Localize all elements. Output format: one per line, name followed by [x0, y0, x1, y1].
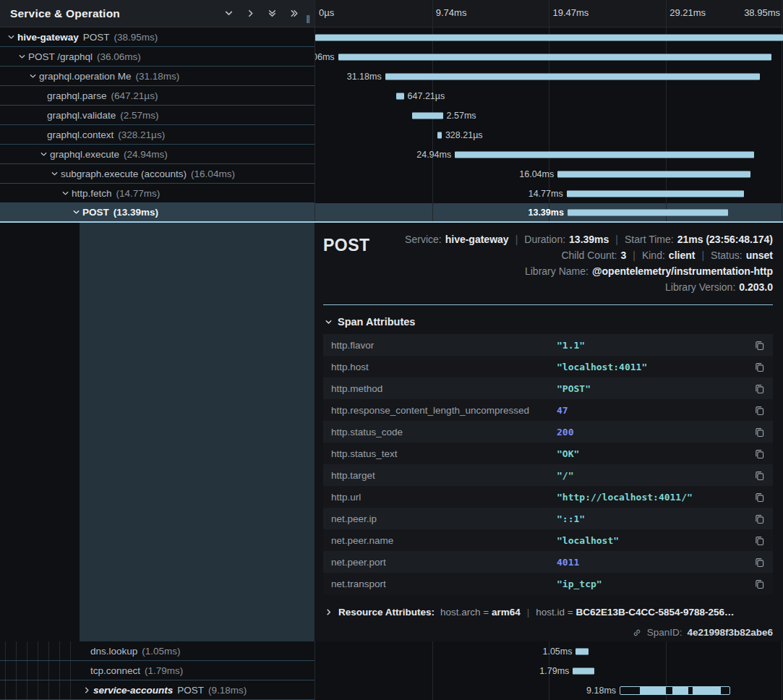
- span-timeline-cell[interactable]: 14.77ms: [315, 184, 783, 203]
- span-timeline-cell[interactable]: 1.05ms: [315, 641, 783, 661]
- span-timeline-cell[interactable]: 31.18ms: [315, 67, 783, 86]
- copy-icon[interactable]: [754, 405, 765, 416]
- copy-icon[interactable]: [754, 448, 765, 459]
- chevron-down-icon[interactable]: [224, 9, 234, 18]
- copy-icon[interactable]: [754, 362, 765, 372]
- link-icon[interactable]: [632, 628, 642, 638]
- meta-label: Library Name:: [525, 265, 589, 277]
- span-bar[interactable]: [396, 93, 404, 99]
- span-tree-cell[interactable]: graphql.execute(24.94ms): [0, 145, 315, 164]
- span-bar[interactable]: [576, 648, 588, 654]
- span-tree-cell[interactable]: graphql.operation Me(31.18ms): [0, 67, 315, 86]
- span-tree-cell[interactable]: subgraph.execute (accounts)(16.04ms): [0, 164, 315, 184]
- span-timeline-cell[interactable]: 36.06ms: [315, 47, 783, 67]
- chevron-down-icon[interactable]: [17, 53, 27, 61]
- attribute-row: net.transport"ip_tcp": [323, 573, 773, 594]
- span-row[interactable]: graphql.operation Me(31.18ms)31.18ms: [0, 67, 783, 86]
- span-tree-cell[interactable]: graphql.context(328.21µs): [0, 125, 315, 145]
- attribute-value: 4011: [557, 557, 747, 568]
- left-panel-header: Service & Operation ‖: [0, 0, 315, 27]
- copy-icon[interactable]: [754, 513, 765, 524]
- panel-resize-handle[interactable]: ‖: [306, 14, 310, 27]
- span-tree-cell[interactable]: tcp.connect(1.79ms): [0, 661, 315, 680]
- span-row[interactable]: POST /graphql(36.06ms)36.06ms: [0, 47, 783, 67]
- span-tree-cell[interactable]: service-accountsPOST(9.18ms): [0, 680, 315, 700]
- span-tree-cell[interactable]: POST /graphql(36.06ms): [0, 47, 315, 67]
- span-timeline-cell[interactable]: 2.57ms: [315, 106, 783, 125]
- attribute-row: http.response_content_length_uncompresse…: [323, 399, 773, 421]
- copy-icon[interactable]: [754, 579, 765, 589]
- copy-icon[interactable]: [754, 470, 765, 481]
- copy-icon[interactable]: [754, 427, 765, 438]
- chevron-down-icon[interactable]: [60, 189, 70, 197]
- span-tree-cell[interactable]: graphql.parse(647.21µs): [0, 86, 315, 106]
- span-timeline-cell[interactable]: 38.95ms: [315, 27, 783, 47]
- timeline-ruler: 0µs9.74ms19.47ms29.21ms38.95ms: [315, 0, 783, 27]
- span-row[interactable]: graphql.context(328.21µs)328.21µs: [0, 125, 783, 145]
- chevron-right-icon[interactable]: [246, 9, 255, 18]
- double-chevron-right-icon[interactable]: [289, 9, 299, 18]
- span-attributes-label: Span Attributes: [338, 316, 415, 328]
- attribute-key: http.method: [331, 383, 557, 394]
- span-row[interactable]: graphql.execute(24.94ms)24.94ms: [0, 145, 783, 164]
- span-tree-cell[interactable]: POST(13.39ms): [0, 203, 315, 221]
- copy-icon[interactable]: [754, 492, 765, 503]
- copy-icon[interactable]: [754, 557, 765, 568]
- span-row[interactable]: dns.lookup(1.05ms)1.05ms: [0, 641, 783, 661]
- chevron-down-icon[interactable]: [71, 208, 81, 216]
- span-row[interactable]: tcp.connect(1.79ms)1.79ms: [0, 661, 783, 680]
- chevron-down-icon: [325, 318, 333, 326]
- span-duration-label: 31.18ms: [347, 72, 382, 82]
- chevron-down-icon[interactable]: [49, 170, 59, 178]
- span-row[interactable]: POST(13.39ms)13.39ms: [0, 203, 783, 223]
- span-bar[interactable]: [338, 54, 771, 60]
- span-bar[interactable]: [385, 73, 760, 80]
- span-attributes-header[interactable]: Span Attributes: [325, 316, 773, 328]
- panel-title: Service & Operation: [10, 7, 120, 20]
- span-bar[interactable]: [567, 190, 744, 197]
- span-tree-cell[interactable]: hive-gatewayPOST(38.95ms): [0, 27, 315, 47]
- span-bar[interactable]: [568, 209, 728, 215]
- span-timeline-cell[interactable]: 24.94ms: [315, 145, 783, 164]
- service-name: service-accounts: [93, 685, 173, 696]
- copy-icon[interactable]: [754, 340, 765, 351]
- span-bar[interactable]: [437, 132, 441, 138]
- span-timeline-cell[interactable]: 9.18ms: [315, 680, 783, 700]
- span-bar[interactable]: [557, 171, 750, 177]
- span-row[interactable]: hive-gatewayPOST(38.95ms)38.95ms: [0, 27, 783, 47]
- chevron-down-icon[interactable]: [6, 33, 16, 41]
- double-chevron-down-icon[interactable]: [268, 9, 277, 18]
- span-tree-cell[interactable]: graphql.validate(2.57ms): [0, 106, 315, 125]
- span-timeline-cell[interactable]: 13.39ms: [315, 203, 783, 221]
- span-duration: (13.39ms): [114, 207, 158, 218]
- span-duration-label: 9.18ms: [586, 686, 616, 696]
- span-timeline-cell[interactable]: 647.21µs: [315, 86, 783, 106]
- span-timeline-cell[interactable]: 328.21µs: [315, 125, 783, 145]
- resource-key: host.arch: [440, 607, 481, 618]
- span-bar[interactable]: [573, 667, 594, 674]
- span-timeline-cell[interactable]: 16.04ms: [315, 164, 783, 184]
- span-bar[interactable]: [412, 112, 443, 119]
- span-row[interactable]: graphql.validate(2.57ms)2.57ms: [0, 106, 783, 125]
- resource-attributes-row[interactable]: Resource Attributes: host.arch = arm64|h…: [325, 607, 773, 618]
- span-row[interactable]: http.fetch(14.77ms)14.77ms: [0, 184, 783, 203]
- chevron-down-icon[interactable]: [38, 150, 48, 158]
- span-bar[interactable]: [315, 34, 783, 40]
- span-tree-cell[interactable]: dns.lookup(1.05ms): [0, 641, 315, 661]
- chevron-right-icon[interactable]: [82, 686, 92, 694]
- resource-equals: =: [565, 607, 576, 618]
- span-row[interactable]: subgraph.execute (accounts)(16.04ms)16.0…: [0, 164, 783, 184]
- ruler-tick: 29.21ms: [669, 7, 706, 18]
- span-row[interactable]: service-accountsPOST(9.18ms)9.18ms: [0, 680, 783, 700]
- span-duration-label: 36.06ms: [315, 52, 335, 62]
- span-bar[interactable]: [620, 686, 729, 695]
- span-tree-cell[interactable]: http.fetch(14.77ms): [0, 184, 315, 203]
- separator: |: [527, 607, 530, 618]
- copy-icon[interactable]: [754, 535, 765, 546]
- span-row[interactable]: graphql.parse(647.21µs)647.21µs: [0, 86, 783, 106]
- attribute-key: net.peer.port: [331, 557, 557, 568]
- copy-icon[interactable]: [754, 383, 765, 394]
- chevron-down-icon[interactable]: [27, 72, 38, 80]
- span-bar[interactable]: [455, 151, 754, 158]
- span-timeline-cell[interactable]: 1.79ms: [315, 661, 783, 680]
